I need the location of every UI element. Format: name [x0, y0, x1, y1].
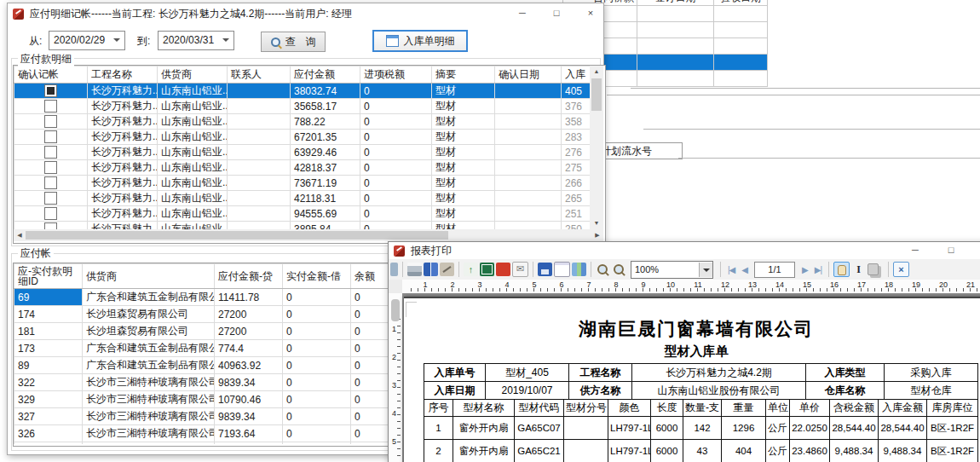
payable-credit-cell[interactable]: 40963.92 [215, 357, 283, 374]
inbound-no-cell[interactable]: 265 [562, 191, 591, 206]
contact-cell[interactable] [228, 99, 291, 114]
confirm-date-cell[interactable] [495, 206, 562, 222]
supplier-cell[interactable]: 山东南山铝业... [158, 145, 228, 160]
supplier-cell[interactable]: 长沙市三湘特种玻璃有限公司 [83, 391, 215, 408]
payable-credit-cell[interactable]: 11411.78 [215, 289, 283, 306]
confirm-cell[interactable] [14, 222, 88, 230]
detail-row[interactable]: 长沙万科魅力... 山东南山铝业... 42118.31 0 型材 265 [14, 191, 591, 206]
minimize-button[interactable]: ─ [514, 5, 531, 20]
amount-cell[interactable]: 788.22 [291, 114, 360, 130]
detail-id-cell[interactable] [14, 442, 83, 445]
page-setup-icon[interactable] [554, 262, 570, 277]
inbound-no-cell[interactable]: 250 [562, 222, 591, 230]
confirm-checkbox[interactable] [44, 176, 57, 189]
query-button[interactable]: 查 询 [261, 32, 326, 52]
detail-id-cell[interactable]: 322 [14, 374, 83, 391]
confirm-cell[interactable] [14, 160, 88, 176]
payable-credit-cell[interactable]: 27200 [215, 306, 283, 323]
detail-id-cell[interactable]: 174 [14, 306, 83, 323]
tax-cell[interactable]: 0 [360, 130, 432, 145]
summary-cell[interactable]: 型材 [432, 145, 495, 160]
tax-cell[interactable]: 0 [360, 114, 432, 130]
inbound-no-cell[interactable]: 376 [562, 99, 591, 114]
supplier-cell[interactable]: 山东南山铝业... [158, 206, 228, 222]
paid-debit-cell[interactable]: 0 [283, 289, 351, 306]
zoom-in-icon[interactable] [596, 263, 610, 276]
inbound-no-cell[interactable]: 251 [562, 206, 591, 222]
tax-cell[interactable]: 0 [360, 145, 432, 160]
email-icon[interactable]: ✉ [512, 262, 528, 277]
summary-cell[interactable]: 型材 [432, 191, 495, 206]
detail-row[interactable]: 长沙万科魅力... 山东南山铝业... 73671.19 0 型材 266 [14, 176, 591, 191]
payable-credit-cell[interactable]: 10790.46 [215, 391, 283, 408]
project-cell[interactable]: 长沙万科魅力... [88, 222, 158, 230]
supplier-cell[interactable]: 广东合和建筑五金制品有限公司 [83, 289, 215, 306]
detail-id-cell[interactable]: 181 [14, 323, 83, 340]
detail-row[interactable]: 长沙万科魅力... 山东南山铝业... 38032.74 0 型材 405 [14, 84, 591, 99]
detail-row[interactable]: 长沙万科魅力... 山东南山铝业... 67201.35 0 型材 283 [14, 130, 591, 145]
amount-cell[interactable]: 63929.46 [291, 145, 360, 160]
supplier-cell[interactable]: 广东合和建筑五金制品有限公司 [83, 357, 215, 374]
next-page-button[interactable]: ▶ [799, 265, 810, 274]
supplier-cell[interactable]: 广东合和建筑五金制品有限公司 [83, 340, 215, 357]
payable-credit-cell[interactable]: 9839.34 [215, 408, 283, 425]
confirm-date-cell[interactable] [495, 222, 562, 230]
confirm-cell[interactable] [14, 145, 88, 160]
export-icon[interactable]: ↑ [464, 263, 478, 276]
paid-debit-cell[interactable] [283, 442, 351, 445]
prev-page-button[interactable]: ◀ [739, 265, 750, 274]
confirm-date-cell[interactable] [495, 145, 562, 160]
supplier-cell[interactable]: 长沙市三湘特种玻璃有限公司 [83, 374, 215, 391]
amount-cell[interactable]: 42818.37 [291, 160, 360, 176]
copy-pages-icon[interactable] [868, 263, 879, 275]
detail-id-cell[interactable]: 329 [14, 391, 83, 408]
confirm-cell[interactable] [14, 99, 88, 114]
confirm-cell[interactable] [14, 191, 88, 206]
confirm-checkbox[interactable] [44, 192, 57, 205]
horizontal-scrollbar[interactable]: ◀ ▶ [14, 229, 603, 241]
supplier-cell[interactable]: 长沙坦森贸易有限公司 [83, 323, 215, 340]
tax-cell[interactable]: 0 [360, 160, 432, 176]
payable-credit-cell[interactable]: 7193.64 [215, 425, 283, 442]
to-date-select[interactable]: 2020/03/31 [158, 31, 234, 50]
detail-row[interactable]: 长沙万科魅力... 山东南山铝业... 94555.69 0 型材 251 [14, 206, 591, 222]
paid-debit-cell[interactable]: 0 [283, 425, 351, 442]
tax-cell[interactable]: 0 [360, 206, 432, 222]
contact-cell[interactable] [228, 114, 291, 130]
payable-credit-cell[interactable] [215, 442, 283, 445]
summary-cell[interactable]: 型材 [432, 222, 495, 230]
supplier-cell[interactable]: 山东南山铝业... [158, 176, 228, 191]
multi-page-view-icon[interactable] [572, 263, 586, 276]
scrollbar-thumb[interactable] [591, 78, 602, 111]
supplier-cell[interactable]: 山东南山铝业... [158, 160, 228, 176]
supplier-cell[interactable]: 长沙坦森贸易有限公司 [83, 306, 215, 323]
chevron-down-icon[interactable] [699, 263, 712, 277]
paid-debit-cell[interactable]: 0 [283, 374, 351, 391]
from-date-select[interactable]: 2020/02/29 [49, 31, 125, 50]
paid-debit-cell[interactable]: 0 [283, 391, 351, 408]
paid-debit-cell[interactable]: 0 [283, 340, 351, 357]
export-pdf-icon[interactable] [496, 263, 510, 276]
scroll-down-icon[interactable]: ▼ [591, 217, 602, 229]
paid-debit-cell[interactable]: 0 [283, 323, 351, 340]
detail-row[interactable]: 长沙万科魅力... 山东南山铝业... 63929.46 0 型材 276 [14, 145, 591, 160]
amount-cell[interactable]: 3895.84 [291, 222, 360, 230]
summary-cell[interactable]: 型材 [432, 84, 495, 99]
scroll-right-icon[interactable]: ▶ [591, 229, 603, 241]
project-cell[interactable]: 长沙万科魅力... [88, 206, 158, 222]
confirm-checkbox[interactable] [44, 222, 57, 229]
save-icon[interactable] [538, 263, 552, 276]
amount-cell[interactable]: 38032.74 [291, 84, 360, 99]
close-button[interactable]: × [582, 5, 599, 20]
confirm-date-cell[interactable] [495, 99, 562, 114]
project-cell[interactable]: 长沙万科魅力... [88, 191, 158, 206]
detail-id-cell[interactable]: 173 [14, 340, 83, 357]
confirm-cell[interactable] [14, 206, 88, 222]
print-icon[interactable] [407, 263, 422, 276]
confirm-date-cell[interactable] [495, 130, 562, 145]
zoom-out-icon[interactable] [612, 263, 626, 276]
supplier-cell[interactable]: 山东南山铝业... [158, 222, 228, 230]
detail-id-cell[interactable]: 89 [14, 357, 83, 374]
confirm-date-cell[interactable] [495, 191, 562, 206]
tax-cell[interactable]: 0 [360, 99, 432, 114]
